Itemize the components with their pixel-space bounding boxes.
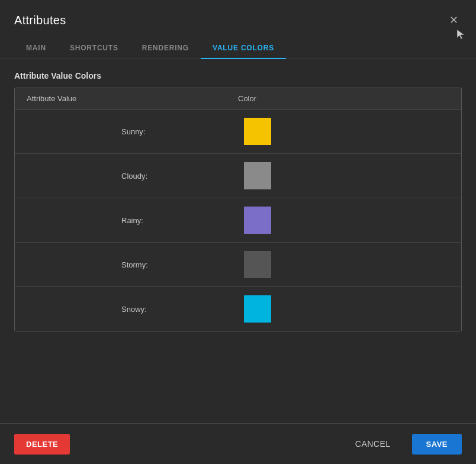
dialog-title: Attributes — [14, 14, 66, 27]
dialog-header: Attributes ✕ — [0, 0, 476, 28]
color-swatch-stormy[interactable] — [244, 251, 271, 278]
row-label-cloudy: Cloudy: — [27, 172, 238, 181]
table-row: Snowy: — [15, 287, 461, 331]
close-icon[interactable]: ✕ — [445, 12, 462, 28]
tab-rendering[interactable]: RENDERING — [130, 38, 201, 59]
tab-value-colors[interactable]: VALUE COLORS — [201, 38, 286, 59]
color-table: Attribute Value Color Sunny: Cloudy: Rai… — [14, 88, 462, 331]
delete-button[interactable]: DELETE — [14, 434, 70, 455]
row-label-stormy: Stormy: — [27, 260, 238, 269]
save-button[interactable]: SAVE — [412, 434, 462, 455]
attributes-dialog: Attributes ✕ MAIN SHORTCUTS RENDERING VA… — [0, 0, 476, 464]
color-swatch-sunny[interactable] — [244, 118, 271, 145]
tab-shortcuts[interactable]: SHORTCUTS — [58, 38, 130, 59]
table-row: Rainy: — [15, 198, 461, 243]
row-label-snowy: Snowy: — [27, 305, 238, 314]
row-label-rainy: Rainy: — [27, 216, 238, 225]
dialog-footer: DELETE CANCEL SAVE — [0, 423, 476, 464]
tabs-container: MAIN SHORTCUTS RENDERING VALUE COLORS — [0, 38, 476, 59]
table-row: Stormy: — [15, 243, 461, 287]
cancel-button[interactable]: CANCEL — [343, 433, 403, 455]
dialog-body: Attribute Value Colors Attribute Value C… — [0, 71, 476, 423]
row-label-sunny: Sunny: — [27, 127, 238, 136]
tab-main[interactable]: MAIN — [14, 38, 58, 59]
section-title: Attribute Value Colors — [14, 71, 462, 80]
color-swatch-rainy[interactable] — [244, 207, 271, 234]
color-swatch-snowy[interactable] — [244, 295, 271, 323]
footer-right: CANCEL SAVE — [343, 433, 462, 455]
column-header-color: Color — [238, 94, 449, 103]
color-swatch-cloudy[interactable] — [244, 162, 271, 189]
table-row: Sunny: — [15, 109, 461, 154]
column-header-attribute-value: Attribute Value — [27, 94, 238, 103]
table-row: Cloudy: — [15, 154, 461, 198]
table-header: Attribute Value Color — [15, 88, 461, 109]
